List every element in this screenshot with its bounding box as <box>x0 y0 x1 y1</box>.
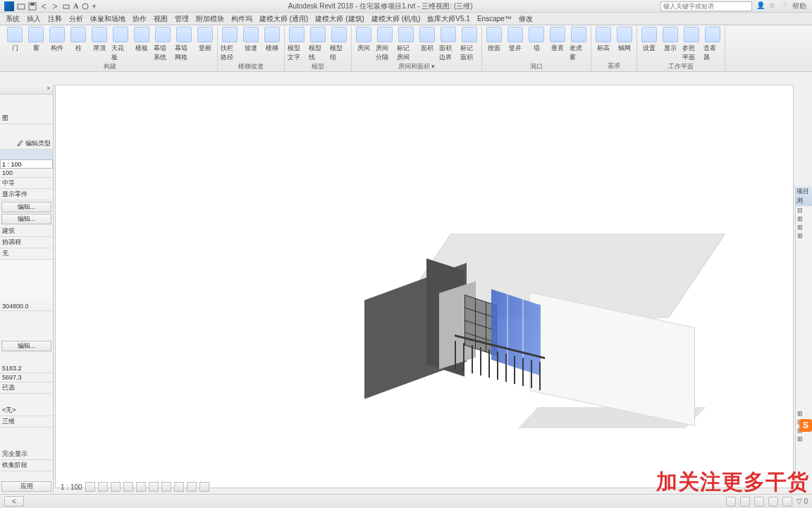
ribbon-button[interactable]: 坡道 <box>242 27 260 53</box>
select-underlay-icon[interactable] <box>740 497 750 507</box>
tree-node[interactable]: ⊟ <box>796 206 812 214</box>
edit-button[interactable]: 编辑... <box>1 214 51 224</box>
tab[interactable]: 族库大师V5.1 <box>427 14 470 24</box>
tab[interactable]: 协作 <box>133 14 147 24</box>
ribbon-button[interactable]: 显示 <box>661 27 679 53</box>
edit-button[interactable]: 编辑... <box>1 341 51 351</box>
detail-level-icon[interactable] <box>85 482 95 492</box>
ribbon-button[interactable]: 幕墙网格 <box>175 27 193 62</box>
tree-node[interactable]: ⊞ <box>796 231 812 240</box>
ribbon-button[interactable]: 幕墙系统 <box>154 27 172 62</box>
ribbon-button[interactable]: 按面 <box>485 27 503 53</box>
prop-row[interactable]: 5183.2 <box>0 364 53 373</box>
ribbon-button[interactable]: 轴网 <box>615 27 634 53</box>
search-input[interactable] <box>660 1 752 11</box>
signin-icon[interactable]: ❔ <box>780 1 788 11</box>
tab[interactable]: 附加模块 <box>196 14 224 24</box>
tab[interactable]: 管理 <box>175 14 189 24</box>
subscription-icon[interactable]: 👤 <box>756 1 765 11</box>
prop-row[interactable]: 100 <box>0 169 53 178</box>
status-left-button[interactable]: < <box>4 496 24 507</box>
prop-row[interactable]: 无 <box>0 248 53 260</box>
prop-row[interactable]: 已选 <box>0 382 53 394</box>
render-icon[interactable] <box>136 482 146 492</box>
select-face-icon[interactable] <box>768 497 778 507</box>
select-pinned-icon[interactable] <box>754 497 764 507</box>
revit-logo-icon[interactable] <box>4 1 14 11</box>
ribbon-button[interactable]: 构件 <box>48 27 66 53</box>
tab[interactable]: 建模大师 (机电) <box>371 14 420 24</box>
tab[interactable]: 建模大师 (建筑) <box>315 14 364 24</box>
edit-type-row[interactable]: 🖉 编辑类型 <box>0 138 53 150</box>
ribbon-button[interactable]: 模型线 <box>309 27 327 62</box>
ribbon-button[interactable]: 老虎窗 <box>570 27 588 62</box>
ribbon-button[interactable]: 楼板 <box>133 27 151 53</box>
prop-row[interactable]: 5697.3 <box>0 373 53 382</box>
sun-path-icon[interactable] <box>111 482 121 492</box>
tab[interactable]: 体量和场地 <box>90 14 125 24</box>
undo-icon[interactable] <box>39 2 48 11</box>
type-selector[interactable]: 图 <box>0 113 53 124</box>
text-icon[interactable]: A <box>73 2 78 10</box>
ribbon-button[interactable]: 标记房间 <box>397 27 415 62</box>
lock-3d-icon[interactable] <box>174 482 184 492</box>
tab[interactable]: 建模大师 (通用) <box>259 14 308 24</box>
tab[interactable]: 分析 <box>69 14 83 24</box>
tree-node[interactable]: ⊞ <box>796 223 812 231</box>
view-scale[interactable]: 1 : 100 <box>61 483 82 491</box>
tree-node[interactable]: ⊞ <box>796 409 812 418</box>
ribbon-button[interactable]: 模型文字 <box>288 27 306 62</box>
prop-row[interactable]: 显示零件 <box>0 189 53 200</box>
project-browser[interactable]: 项目浏 ⊟ ⊞ ⊞ ⊞ ⊞ ⊞ ⊞ ⊞ <box>795 186 812 490</box>
tab[interactable]: 系统 <box>6 14 20 24</box>
ribbon-button[interactable]: 参照平面 <box>682 27 701 62</box>
select-links-icon[interactable] <box>726 497 736 507</box>
ribbon-button[interactable]: 楼梯 <box>263 27 281 53</box>
ribbon-button[interactable]: 扶栏路径 <box>221 27 239 62</box>
measure-icon[interactable] <box>81 2 90 11</box>
tab[interactable]: Enscape™ <box>477 15 512 23</box>
ribbon-button[interactable]: 模型组 <box>330 27 348 62</box>
ribbon-button[interactable]: 竖梃 <box>196 27 214 53</box>
ribbon-button[interactable]: 标高 <box>594 27 613 53</box>
ribbon-button[interactable]: 天花板 <box>111 27 130 62</box>
save-icon[interactable] <box>28 2 37 11</box>
ribbon-button[interactable]: 柱 <box>69 27 87 53</box>
favorite-icon[interactable]: ☆ <box>769 1 775 11</box>
ribbon-button[interactable]: 标记面积 <box>460 27 479 62</box>
prop-row[interactable]: 三维 <box>0 416 53 428</box>
tree-node[interactable]: ⊞ <box>796 435 812 443</box>
ribbon-button[interactable]: 门 <box>6 27 24 53</box>
ribbon-button[interactable]: 垂直 <box>548 27 567 53</box>
edit-button[interactable]: 编辑... <box>1 202 51 212</box>
print-icon[interactable] <box>62 2 70 11</box>
ribbon-button[interactable]: 设置 <box>640 27 658 53</box>
viewport[interactable] <box>55 85 794 488</box>
prop-row[interactable]: 304800.0 <box>0 302 53 311</box>
scale-input[interactable] <box>0 159 53 169</box>
ribbon-button[interactable]: 查看器 <box>703 27 722 62</box>
tab[interactable]: 注释 <box>48 14 62 24</box>
ribbon-button[interactable]: 房间 <box>355 27 373 53</box>
tab[interactable]: 视图 <box>154 14 168 24</box>
reveal-icon[interactable] <box>199 482 209 492</box>
ribbon-button[interactable]: 面积 <box>418 27 436 53</box>
sogou-ime-icon[interactable]: S <box>799 419 812 432</box>
tab[interactable]: 修改 <box>519 14 533 24</box>
ribbon-button[interactable]: 竖井 <box>506 27 524 53</box>
redo-icon[interactable] <box>51 2 59 11</box>
ribbon-button[interactable]: 面积边界 <box>439 27 457 62</box>
tab[interactable]: 插入 <box>27 14 41 24</box>
prop-row[interactable]: 中等 <box>0 178 53 189</box>
ribbon-button[interactable]: 窗 <box>27 27 45 53</box>
tab[interactable]: 构件坞 <box>231 14 252 24</box>
temp-hide-icon[interactable] <box>187 482 197 492</box>
tree-node[interactable]: ⊞ <box>796 214 812 223</box>
crop-icon[interactable] <box>149 482 159 492</box>
prop-row[interactable]: 协调程 <box>0 237 53 248</box>
prop-combo[interactable]: <无> <box>0 405 53 416</box>
help-link[interactable]: 帮助 <box>792 1 806 11</box>
visual-style-icon[interactable] <box>98 482 108 492</box>
crop-region-icon[interactable] <box>161 482 171 492</box>
apply-button[interactable]: 应用 <box>1 481 51 492</box>
